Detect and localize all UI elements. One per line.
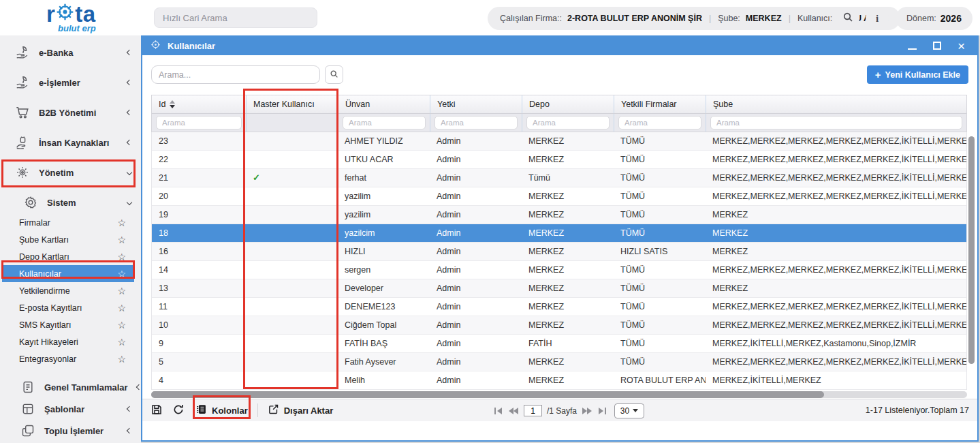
table-row[interactable]: 5 Fatih Aysever Admin MERKEZ TÜMÜ MERKEZ… (152, 353, 966, 371)
table-row[interactable]: 18 yazilcim Admin MERKEZ TÜMÜ MERKEZ (152, 224, 966, 243)
cell-yetkili-firmalar: TÜMÜ (614, 298, 706, 316)
chevron-left-icon (136, 384, 141, 390)
export-button[interactable]: Dışarı Aktar (257, 403, 334, 417)
table-search-button[interactable] (325, 65, 343, 84)
sidebar-item-label: Genel Tanımlamalar (44, 382, 128, 393)
table-row[interactable]: 23 AHMET YILDIZ Admin MERKEZ TÜMÜ MERKEZ… (152, 132, 966, 151)
filter-input-yetkili-firmalar[interactable] (618, 116, 701, 129)
cell-id: 4 (152, 371, 246, 389)
table-row[interactable]: 11 DENEME123 Admin MERKEZ TÜMÜ MERKEZ,ME… (152, 298, 966, 316)
table-row[interactable]: 22 UTKU ACAR Admin MERKEZ TÜMÜ MERKEZ,ME… (152, 151, 966, 169)
table-row[interactable]: 16 HIZLI Admin MERKEZ HIZLI SATIS MERKEZ (152, 243, 966, 261)
table-row[interactable]: 20 yazilim Admin MERKEZ TÜMÜ MERKEZ,MERK… (152, 187, 966, 206)
star-icon[interactable]: ☆ (117, 217, 126, 228)
sidebar-item-e-banka[interactable]: e-Banka (15, 42, 131, 63)
cell-yetki: Admin (430, 169, 522, 187)
cell-sube: MERKEZ,MERKEZ,MERKEZ,MERKEZ,MERKEZ,İKİTE… (706, 298, 966, 316)
star-icon[interactable]: ☆ (117, 269, 126, 279)
horizontal-scrollbar-thumb[interactable] (151, 391, 824, 398)
sidebar-item-insan-kaynaklari[interactable]: İnsan Kaynakları (15, 132, 131, 153)
star-icon[interactable]: ☆ (117, 337, 126, 348)
info-button[interactable]: i (866, 7, 889, 30)
sidebar-item-e-islemler[interactable]: e-İşlemler (15, 72, 131, 93)
sidebar-item-kullanicilar[interactable]: Kullanıcılar ☆ (2, 265, 134, 282)
column-header-yetkili-firmalar[interactable]: Yetkili Firmalar (614, 95, 706, 113)
sidebar-item-eposta-kayitlari[interactable]: E-posta Kayıtları ☆ (2, 299, 134, 316)
minimize-button[interactable] (908, 40, 917, 52)
cell-yetkili-firmalar: TÜMÜ (614, 151, 706, 168)
sidebar-item-sube-kartlari[interactable]: Şube Kartları ☆ (2, 231, 134, 248)
cell-sube: MERKEZ,İKİTELLİ,MERKEZ (706, 371, 966, 389)
star-icon[interactable]: ☆ (117, 286, 126, 296)
star-icon[interactable]: ☆ (117, 354, 126, 365)
sidebar-item-sistem[interactable]: Sistem (23, 192, 131, 213)
cell-yetki: Admin (430, 243, 522, 260)
sidebar-item-firmalar[interactable]: Firmalar ☆ (2, 214, 134, 231)
sidebar-item-kayit-hikayeleri[interactable]: Kayıt Hikayeleri ☆ (2, 333, 134, 350)
period-selector[interactable]: Dönem: 2026 (896, 7, 973, 30)
table-row[interactable]: 21 ✓ ferhat Admin Tümü TÜMÜ MERKEZ,MERKE… (152, 169, 966, 187)
table-search-input[interactable] (151, 65, 320, 84)
filter-input-sube[interactable] (710, 116, 962, 129)
cell-yetki: Admin (430, 151, 522, 168)
last-page-icon[interactable] (597, 407, 607, 415)
sidebar-item-yetkilendirme[interactable]: Yetkilendirme ☆ (2, 282, 134, 299)
export-icon (268, 403, 279, 417)
sidebar-item-b2b-yonetimi[interactable]: B2B Yönetimi (15, 102, 131, 123)
add-user-button[interactable]: + Yeni Kullanıcı Ekle (867, 65, 968, 84)
global-search-button[interactable] (836, 7, 859, 30)
sidebar-item-genel-tanimlamalar[interactable]: Genel Tanımlamalar (20, 377, 131, 397)
table-row[interactable]: 13 Developer Admin MERKEZ TÜMÜ MERKEZ (152, 279, 966, 298)
pagination: /1 Sayfa 30 (494, 399, 644, 422)
maximize-button[interactable] (933, 40, 941, 52)
column-header-id[interactable]: Id (152, 95, 246, 113)
cell-yetkili-firmalar: TÜMÜ (614, 353, 706, 371)
people-icon (15, 135, 30, 150)
cell-unvan: Melih (338, 371, 430, 389)
save-button[interactable] (151, 403, 163, 418)
sidebar-item-sms-kayitlari[interactable]: SMS Kayıtları ☆ (2, 316, 134, 333)
star-icon[interactable]: ☆ (117, 251, 126, 262)
window-gear-icon (151, 40, 161, 52)
star-icon[interactable]: ☆ (117, 303, 126, 314)
sidebar-item-label: e-Banka (39, 48, 118, 58)
vertical-scrollbar-thumb[interactable] (968, 136, 975, 364)
column-header-depo[interactable]: Depo (522, 95, 614, 113)
column-header-master-kullanici[interactable]: Master Kullanıcı (246, 95, 338, 113)
filter-input-depo[interactable] (526, 116, 610, 129)
sidebar-item-entegrasyonlar[interactable]: Entegrasyonlar ☆ (2, 350, 134, 367)
add-user-label: Yeni Kullanıcı Ekle (885, 70, 960, 80)
kolonlar-button[interactable]: Kolonlar (195, 403, 248, 417)
page-size-select[interactable]: 30 (614, 403, 644, 418)
cell-sube: MERKEZ (706, 206, 966, 224)
sidebar-item-depo-kartlari[interactable]: Depo Kartları ☆ (2, 248, 134, 265)
table-header-row: Id Master Kullanıcı Ünvan Yetki Depo Yet… (151, 95, 967, 113)
table-row[interactable]: 19 yazilim Admin MERKEZ TÜMÜ MERKEZ (152, 206, 966, 224)
column-header-sube[interactable]: Şube (706, 95, 966, 113)
next-page-icon[interactable] (582, 407, 592, 415)
previous-page-icon[interactable] (508, 407, 519, 415)
star-icon[interactable]: ☆ (117, 320, 126, 331)
filter-input-unvan[interactable] (343, 116, 426, 129)
page-number-input[interactable] (524, 405, 542, 416)
horizontal-scrollbar[interactable] (151, 391, 967, 398)
table-row[interactable]: 4 Melih Admin MERKEZ ROTA BULUT ERP ANO.… (152, 371, 966, 390)
star-icon[interactable]: ☆ (117, 234, 126, 245)
refresh-button[interactable] (172, 403, 185, 418)
close-button[interactable]: × (958, 40, 965, 52)
filter-input-id[interactable] (156, 116, 242, 129)
sort-icon[interactable] (170, 100, 175, 108)
filter-input-yetki[interactable] (434, 116, 518, 129)
rota-logo: r ta bulut erp (46, 2, 96, 33)
sidebar-item-yonetim[interactable]: Yönetim (15, 162, 131, 183)
sidebar-item-sablonlar[interactable]: Şablonlar (20, 399, 131, 419)
quick-cari-search-input[interactable] (154, 7, 317, 28)
column-header-unvan[interactable]: Ünvan (338, 95, 430, 113)
table-row[interactable]: 10 Ciğdem Topal Admin MERKEZ TÜMÜ MERKEZ… (152, 316, 966, 335)
chevron-left-icon (127, 80, 132, 85)
column-header-yetki[interactable]: Yetki (430, 95, 522, 113)
first-page-icon[interactable] (494, 407, 503, 415)
table-row[interactable]: 14 sergen Admin MERKEZ TÜMÜ MERKEZ,MERKE… (152, 261, 966, 279)
sidebar-item-toplu-islemler[interactable]: Toplu İşlemler (20, 421, 131, 441)
table-row[interactable]: 9 FATİH BAŞ Admin FATİH TÜMÜ MERKEZ,İKİT… (152, 335, 966, 353)
